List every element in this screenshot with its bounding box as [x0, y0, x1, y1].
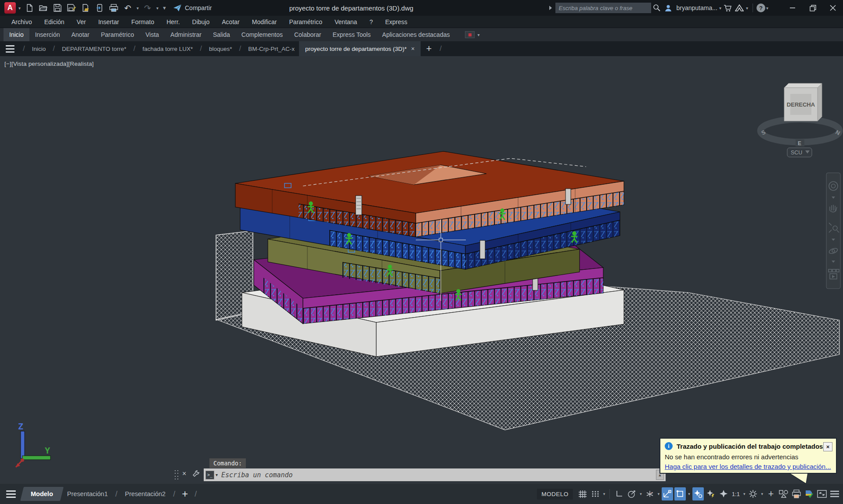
open-file-button[interactable]: [37, 2, 50, 14]
ortho-toggle[interactable]: [613, 487, 625, 500]
workspace-settings-button[interactable]: [747, 487, 759, 500]
redo-dropdown-icon[interactable]: ▾: [155, 6, 159, 11]
restore-button[interactable]: [803, 0, 823, 16]
layout-tab-modelo[interactable]: Modelo: [20, 487, 64, 501]
viewcube-side-face[interactable]: [818, 83, 822, 121]
ribbon-tab-complementos[interactable]: Complementos: [236, 28, 288, 41]
annotation-visibility-toggle[interactable]: [692, 487, 704, 500]
doc-tab-bm-crp-prt[interactable]: BM-Crp-Prt_AC-x: [244, 41, 299, 56]
ribbon-tab-colaborar[interactable]: Colaborar: [288, 28, 327, 41]
viewcube-compass-ring[interactable]: [760, 119, 839, 142]
qat-customize-button[interactable]: ▼: [161, 5, 168, 11]
help-button[interactable]: ?: [757, 4, 765, 12]
autodesk-dropdown-icon[interactable]: ▾: [745, 6, 749, 11]
user-dropdown-icon[interactable]: ▾: [718, 6, 722, 11]
autodesk-logo[interactable]: [734, 2, 745, 14]
command-input-placeholder[interactable]: Escriba un comando: [221, 471, 293, 479]
doc-tab-proyecto-torre-active[interactable]: proyecto torre de departamentos (3D)* ×: [299, 41, 421, 56]
layout-tabs-menu-icon[interactable]: [0, 490, 22, 498]
menu-modificar[interactable]: Modificar: [246, 18, 283, 25]
redo-button[interactable]: ↷: [141, 2, 154, 14]
ribbon-tab-administrar[interactable]: Administrar: [165, 28, 207, 41]
signed-in-user[interactable]: bryanputama...: [677, 4, 717, 11]
command-prompt-icon[interactable]: >_: [205, 471, 214, 479]
ribbon-tab-parametrico[interactable]: Paramétrico: [95, 28, 140, 41]
doc-tab-bloques[interactable]: bloques*: [205, 41, 237, 56]
new-file-button[interactable]: [23, 2, 36, 14]
command-recent-dropdown-icon[interactable]: ▾: [216, 472, 218, 477]
layout-tab-presentacion1[interactable]: Presentación1: [62, 487, 113, 501]
view-cube[interactable]: S N E DERECHA: [760, 83, 841, 147]
ribbon-tab-insercion[interactable]: Inserción: [29, 28, 66, 41]
ribbon-tab-vista[interactable]: Vista: [140, 28, 165, 41]
search-icon[interactable]: [651, 2, 663, 14]
snap-toggle[interactable]: [590, 487, 601, 500]
osnap-dropdown-icon[interactable]: ▾: [687, 492, 691, 496]
ribbon-tab-anotar[interactable]: Anotar: [66, 28, 95, 41]
annotation-scale-icon[interactable]: [718, 487, 729, 500]
snap-dropdown-icon[interactable]: ▾: [602, 492, 606, 496]
doc-tab-inicio[interactable]: Inicio: [28, 41, 50, 56]
command-bar-close-icon[interactable]: ×: [182, 470, 186, 478]
close-button[interactable]: [823, 0, 843, 16]
menu-formato[interactable]: Formato: [125, 18, 160, 25]
viewcube-face-label[interactable]: DERECHA: [787, 101, 815, 108]
isodraft-toggle[interactable]: [644, 487, 656, 500]
new-drawing-tab-button[interactable]: +: [421, 41, 437, 56]
menu-ventana[interactable]: Ventana: [328, 18, 363, 25]
doc-tab-departamento-torre[interactable]: DEPARTAMENTO torre*: [58, 41, 131, 56]
scale-dropdown-icon[interactable]: ▾: [742, 492, 746, 496]
notification-details-link[interactable]: Haga clic para ver los detalles de traza…: [665, 463, 832, 470]
new-layout-button[interactable]: +: [177, 488, 192, 500]
command-customize-icon[interactable]: [192, 470, 200, 478]
ribbon-tab-express-tools[interactable]: Express Tools: [327, 28, 376, 41]
plot-button[interactable]: [108, 2, 120, 14]
menu-acotar[interactable]: Acotar: [216, 18, 245, 25]
minimize-button[interactable]: [782, 0, 803, 16]
osnap-tracking-toggle[interactable]: [662, 487, 673, 500]
ribbon-tab-aplicaciones-destacadas[interactable]: Aplicaciones destacadas: [376, 28, 455, 41]
settings-dropdown-icon[interactable]: ▾: [760, 492, 764, 496]
notification-close-button[interactable]: ×: [823, 442, 832, 451]
compass-east-label[interactable]: E: [798, 140, 801, 147]
doc-tab-close-icon[interactable]: ×: [411, 45, 414, 52]
share-button[interactable]: Compartir: [173, 4, 212, 12]
ribbon-tab-salida[interactable]: Salida: [207, 28, 236, 41]
autocad-app-logo[interactable]: A: [4, 2, 16, 14]
search-input[interactable]: [555, 3, 651, 13]
undo-button[interactable]: ↶: [122, 2, 134, 14]
ribbon-tab-inicio[interactable]: Inicio: [4, 28, 29, 41]
viewport-controls[interactable]: [−][Vista personalizada][Realista]: [4, 61, 94, 67]
grid-toggle[interactable]: [577, 487, 588, 500]
app-menu-dropdown-icon[interactable]: ▾: [18, 6, 22, 11]
menu-dibujo[interactable]: Dibujo: [186, 18, 216, 25]
doc-tabs-menu-icon[interactable]: [0, 41, 20, 56]
polar-tracking-toggle[interactable]: [626, 487, 638, 500]
app-store-cart-icon[interactable]: [722, 2, 734, 14]
menu-herramientas[interactable]: Herr.: [160, 18, 186, 25]
help-dropdown-icon[interactable]: ▾: [765, 6, 769, 11]
user-avatar-icon[interactable]: [663, 2, 674, 14]
model-space-viewport[interactable]: S N E DERECHA SCU: [0, 56, 843, 484]
command-input-bar[interactable]: >_ ▾ Escriba un comando ▲: [204, 468, 666, 481]
annotation-autoscale-toggle[interactable]: [705, 487, 717, 500]
plot-details-button[interactable]: [803, 487, 815, 500]
viewcube-top-face[interactable]: [784, 83, 822, 88]
save-to-mobile-button[interactable]: [94, 2, 106, 14]
command-bar-grip[interactable]: [175, 470, 179, 480]
menu-parametrico[interactable]: Paramétrico: [283, 18, 328, 25]
clean-screen-button[interactable]: [816, 487, 828, 500]
menu-ayuda[interactable]: ?: [363, 18, 379, 25]
tray-add-button[interactable]: +: [765, 487, 777, 500]
menu-express[interactable]: Express: [379, 18, 414, 25]
layout-tab-presentacion2[interactable]: Presentación2: [119, 487, 171, 501]
plot-status-button[interactable]: [791, 487, 802, 500]
isodraft-dropdown-icon[interactable]: ▾: [657, 492, 661, 496]
polar-dropdown-icon[interactable]: ▾: [639, 492, 643, 496]
annotation-scale-button[interactable]: 1:1: [731, 491, 741, 497]
menu-archivo[interactable]: Archivo: [5, 18, 38, 25]
isolate-objects-button[interactable]: [778, 487, 789, 500]
osnap-toggle[interactable]: [674, 487, 686, 500]
open-from-web-button[interactable]: [79, 2, 92, 14]
navigation-bar[interactable]: [826, 173, 840, 289]
